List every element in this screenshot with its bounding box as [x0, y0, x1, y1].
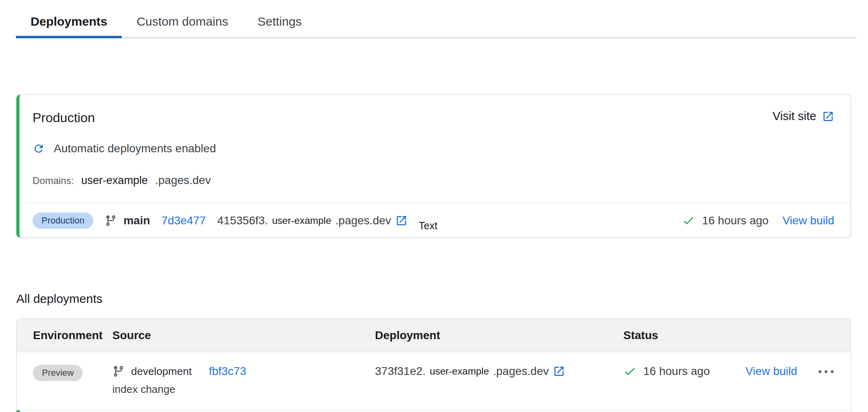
source-cell: development fbf3c73 index change — [112, 365, 375, 396]
environment-cell: Preview — [33, 365, 112, 381]
tab-settings[interactable]: Settings — [243, 15, 316, 37]
git-branch-icon — [105, 215, 117, 227]
commit-link[interactable]: 7d3e477 — [162, 214, 206, 227]
environment-badge: Production — [33, 213, 93, 229]
deployment-url-prefix: 415356f3. — [217, 214, 268, 227]
annotation-text: Text — [419, 220, 438, 232]
deployment-time: 16 hours ago — [643, 365, 710, 378]
git-branch-icon — [112, 365, 125, 377]
deployment-url-project: user-example — [430, 366, 489, 377]
next-row-partial — [17, 410, 850, 412]
status-cell: 16 hours ago — [623, 365, 745, 378]
environment-badge: Preview — [33, 365, 83, 381]
table-header-row: Environment Source Deployment Status — [17, 319, 850, 352]
external-link-icon — [553, 365, 565, 377]
refresh-icon — [33, 142, 45, 155]
deployment-url-suffix: .pages.dev — [335, 214, 391, 227]
external-link-icon — [395, 215, 408, 227]
column-header-status: Status — [623, 329, 745, 342]
production-card-title: Production — [33, 110, 95, 126]
external-link-icon — [822, 110, 834, 123]
tab-bar: Deployments Custom domains Settings — [16, 0, 857, 38]
all-deployments-heading: All deployments — [16, 291, 868, 306]
column-header-deployment: Deployment — [375, 329, 623, 342]
domain-project-name: user-example — [81, 174, 148, 187]
row-menu-cell — [817, 365, 835, 375]
domains-label: Domains: — [33, 175, 74, 186]
branch-name: development — [131, 365, 192, 378]
domain-suffix: .pages.dev — [155, 174, 211, 187]
deployment-url[interactable]: 373f31e2. user-example .pages.dev — [375, 365, 565, 378]
auto-deployments-text: Automatic deployments enabled — [54, 142, 216, 155]
view-build-cell: View build — [745, 365, 817, 378]
check-icon — [623, 365, 636, 378]
column-header-environment: Environment — [33, 329, 112, 342]
deployment-url-suffix: .pages.dev — [493, 365, 549, 378]
deployment-time: 16 hours ago — [702, 214, 768, 227]
overflow-menu-button[interactable] — [817, 368, 835, 375]
production-card: Production Visit site Automatic deployme… — [16, 94, 851, 238]
deployment-url-prefix: 373f31e2. — [375, 365, 426, 378]
deployment-cell: 373f31e2. user-example .pages.dev — [375, 365, 623, 378]
deployment-url-project: user-example — [272, 215, 331, 226]
tab-deployments[interactable]: Deployments — [16, 15, 122, 37]
view-build-link[interactable]: View build — [745, 365, 797, 378]
table-row: Preview development fbf3c73 index change… — [17, 352, 850, 410]
column-header-source: Source — [112, 329, 375, 342]
check-icon — [682, 214, 695, 227]
commit-message: index change — [112, 383, 375, 396]
visit-site-link[interactable]: Visit site — [773, 110, 834, 123]
branch-name: main — [123, 214, 150, 227]
visit-site-label: Visit site — [773, 110, 816, 123]
tab-custom-domains[interactable]: Custom domains — [122, 15, 243, 37]
commit-link[interactable]: fbf3c73 — [209, 365, 246, 378]
view-build-link[interactable]: View build — [783, 214, 834, 227]
production-deployment-row: Production main 7d3e477 415356f3. user-e… — [20, 203, 850, 237]
deployment-url[interactable]: 415356f3. user-example .pages.dev — [217, 214, 408, 227]
deployments-table: Environment Source Deployment Status Pre… — [16, 318, 851, 412]
